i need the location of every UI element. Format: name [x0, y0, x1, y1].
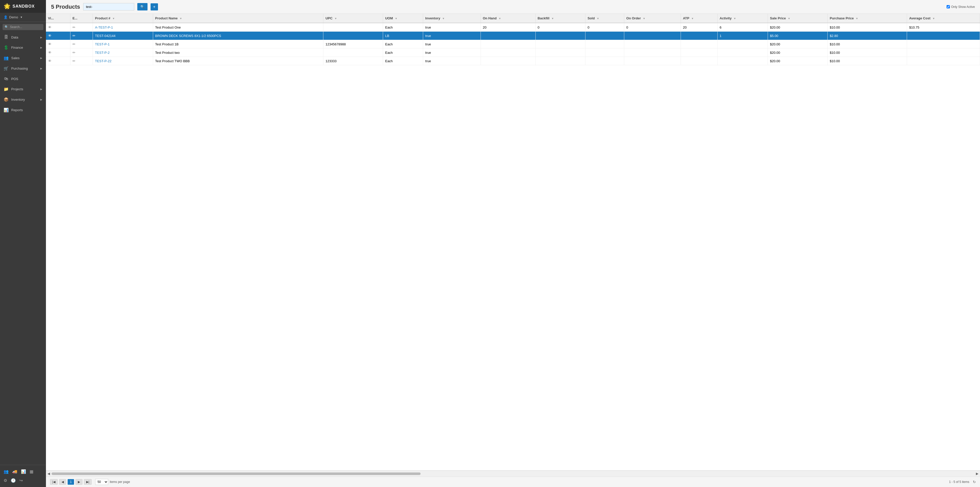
- sidebar-item-projects[interactable]: 📁 Projects ▶: [0, 84, 46, 94]
- scrollbar-track[interactable]: [52, 472, 974, 476]
- col-atp[interactable]: ATP ▼: [681, 14, 718, 23]
- edit-icon[interactable]: ✏: [73, 34, 76, 38]
- upc-cell: [323, 48, 383, 57]
- filter-icon[interactable]: ▼: [597, 17, 599, 20]
- table-row[interactable]: 👁✏TEST-P-1Test Product 1B12345678988Each…: [46, 40, 980, 48]
- scroll-right-arrow[interactable]: ▶: [974, 472, 980, 476]
- filter-icon[interactable]: ▼: [395, 17, 397, 20]
- product-num-link[interactable]: TEST-042144: [95, 34, 115, 38]
- eye-icon[interactable]: 👁: [48, 34, 52, 38]
- view-cell: 👁: [46, 23, 70, 32]
- products-table-container[interactable]: Vi... E... Product # ▼ Product Name ▼ UP: [46, 14, 980, 470]
- edit-icon[interactable]: ✏: [73, 25, 76, 29]
- sidebar-item-finance[interactable]: 💲 Finance ▶: [0, 42, 46, 53]
- col-purchase-price[interactable]: Purchase Price ▼: [828, 14, 907, 23]
- scroll-left-arrow[interactable]: ◀: [46, 472, 52, 476]
- product-num-link[interactable]: TEST-P-1: [95, 42, 110, 46]
- view-cell: 👁: [46, 40, 70, 48]
- logout-icon[interactable]: ↪: [19, 478, 23, 483]
- sidebar-item-purchasing[interactable]: 🛒 Purchasing ▶: [0, 63, 46, 74]
- filter-icon[interactable]: ▼: [334, 17, 337, 20]
- col-vi: Vi...: [46, 14, 70, 23]
- filter-icon[interactable]: ▼: [180, 17, 182, 20]
- filter-icon[interactable]: ▼: [733, 17, 736, 20]
- filter-icon[interactable]: ▼: [112, 17, 115, 20]
- page-1-button[interactable]: 1: [68, 479, 74, 485]
- table-row[interactable]: 👁✏TEST-042144BROWN DECK SCREWS 8X1-1/2 6…: [46, 32, 980, 40]
- filter-icon[interactable]: ▼: [442, 17, 445, 20]
- product-num-link[interactable]: TEST-P-22: [95, 59, 111, 63]
- first-page-button[interactable]: |◀: [50, 479, 58, 485]
- col-e: E...: [70, 14, 93, 23]
- horizontal-scrollbar[interactable]: ◀ ▶: [46, 470, 980, 477]
- product-num-link[interactable]: TEST-P-2: [95, 51, 110, 55]
- add-button[interactable]: +: [151, 3, 158, 10]
- scrollbar-thumb[interactable]: [52, 473, 421, 475]
- product-num-cell: TEST-P-2: [93, 48, 153, 57]
- per-page-select[interactable]: 10 25 50 100: [95, 479, 108, 485]
- filter-icon[interactable]: ▼: [551, 17, 554, 20]
- col-activity[interactable]: Activity ▼: [718, 14, 768, 23]
- last-page-button[interactable]: ▶|: [84, 479, 92, 485]
- truck-icon[interactable]: 🚚: [12, 469, 18, 474]
- inventory-cell: true: [423, 23, 480, 32]
- purchase-price-cell: $2.80: [828, 32, 907, 40]
- clock-icon[interactable]: 🕐: [11, 478, 16, 483]
- atp-cell: [681, 57, 718, 65]
- sidebar-item-pos[interactable]: 🛍 POS: [0, 74, 46, 84]
- edit-icon[interactable]: ✏: [73, 42, 76, 46]
- sidebar-search-input[interactable]: [10, 25, 41, 29]
- col-on-hand[interactable]: On Hand ▼: [480, 14, 535, 23]
- sidebar-item-inventory[interactable]: 📦 Inventory ▶: [0, 94, 46, 105]
- filter-icon[interactable]: ▼: [788, 17, 791, 20]
- filter-icon[interactable]: ▼: [856, 17, 858, 20]
- purchase-price-cell: $10.00: [828, 23, 907, 32]
- eye-icon[interactable]: 👁: [48, 51, 52, 55]
- filter-icon[interactable]: ▼: [691, 17, 694, 20]
- only-show-active-checkbox[interactable]: [947, 5, 950, 8]
- sidebar-item-data[interactable]: 🗄 Data ▶: [0, 32, 46, 42]
- filter-icon[interactable]: ▼: [932, 17, 935, 20]
- sidebar-item-sales[interactable]: 👥 Sales ▶: [0, 53, 46, 63]
- col-backfill[interactable]: Backfill ▼: [535, 14, 585, 23]
- filter-icon[interactable]: ▼: [499, 17, 501, 20]
- edit-icon[interactable]: ✏: [73, 51, 76, 55]
- table-row[interactable]: 👁✏TEST-P-22Test Product TWO BBB123333Eac…: [46, 57, 980, 65]
- sidebar-search-box[interactable]: 🔍: [3, 24, 43, 30]
- filter-icon[interactable]: ▼: [643, 17, 646, 20]
- chart-icon[interactable]: 📊: [21, 469, 26, 474]
- refresh-icon[interactable]: ↻: [973, 480, 976, 484]
- search-input[interactable]: [83, 3, 134, 10]
- col-sold[interactable]: Sold ▼: [585, 14, 624, 23]
- search-button[interactable]: 🔍: [137, 3, 148, 10]
- col-upc[interactable]: UPC ▼: [323, 14, 383, 23]
- settings-icon[interactable]: ⚙: [3, 478, 7, 483]
- people-icon[interactable]: 👥: [3, 469, 9, 474]
- sidebar-item-reports[interactable]: 📊 Reports: [0, 105, 46, 115]
- col-on-order[interactable]: On Order ▼: [624, 14, 681, 23]
- product-name-cell: BROWN DECK SCREWS 8X1-1/2 6500PCS: [153, 32, 323, 40]
- eye-icon[interactable]: 👁: [48, 59, 52, 63]
- next-page-button[interactable]: ▶: [76, 479, 83, 485]
- search-icon: 🔍: [5, 25, 8, 29]
- table-row[interactable]: 👁✏A-TEST-P-1Test Product OneEachtrue2000…: [46, 23, 980, 32]
- col-product-name[interactable]: Product Name ▼: [153, 14, 323, 23]
- col-product-num[interactable]: Product # ▼: [93, 14, 153, 23]
- eye-icon[interactable]: 👁: [48, 25, 52, 29]
- product-num-link[interactable]: A-TEST-P-1: [95, 25, 113, 29]
- prev-page-button[interactable]: ◀: [59, 479, 66, 485]
- purchase-price-cell: $10.00: [828, 48, 907, 57]
- col-average-cost[interactable]: Average Cost ▼: [907, 14, 980, 23]
- table-row[interactable]: 👁✏TEST-P-2Test Product twoEachtrue$20.00…: [46, 48, 980, 57]
- col-inventory[interactable]: Inventory ▼: [423, 14, 480, 23]
- sidebar-user[interactable]: 👤 Demo ▼: [0, 13, 46, 22]
- col-uom[interactable]: UOM ▼: [383, 14, 423, 23]
- activity-cell: [718, 57, 768, 65]
- app-logo-text: SANDBOX: [13, 4, 35, 9]
- edit-icon[interactable]: ✏: [73, 59, 76, 63]
- eye-icon[interactable]: 👁: [48, 42, 52, 46]
- user-name: Demo: [9, 15, 18, 19]
- col-product-name-label: Product Name: [155, 16, 178, 20]
- grid-icon[interactable]: ▦: [30, 469, 33, 474]
- col-sale-price[interactable]: Sale Price ▼: [768, 14, 828, 23]
